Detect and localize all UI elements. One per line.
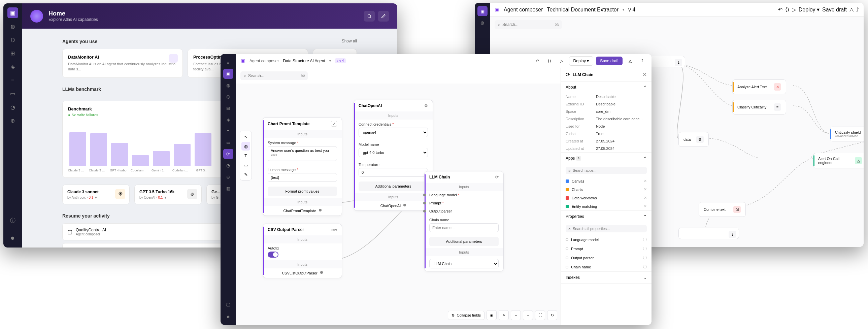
nav-item-icon[interactable]: ⊕ [223,172,233,182]
llm-card[interactable]: GPT 3.5 Turbo 16k by OpenAI · 0.1 ▼ ⌾ [134,184,202,204]
code-icon[interactable]: ⟨⟩ [545,56,554,66]
text-icon[interactable]: T [241,151,250,160]
save-draft-button[interactable]: Save draft [822,7,847,13]
edit-icon[interactable] [378,11,389,22]
nav-help-icon[interactable]: ⓘ [223,300,233,310]
remove-icon[interactable]: ✕ [644,179,647,183]
nav-item-icon[interactable]: ▥ [223,183,233,193]
zoom-in-icon[interactable]: ＋ [511,310,521,320]
temperature-input[interactable] [359,168,428,177]
chain-name-input[interactable] [429,223,499,232]
agent-name[interactable]: Data Structure AI Agent [283,59,325,63]
nav-item-icon[interactable]: ◈ [7,61,18,72]
info-icon[interactable]: ⓘ [643,255,647,260]
llm-card[interactable]: Claude 3 sonnet by Anthropic · 0.1 ▼ ✳ [62,184,130,204]
search-input[interactable] [502,22,553,27]
model-select[interactable]: gpt-4.0-turbo [359,148,428,157]
app-item[interactable]: Data workflows✕ [561,193,651,202]
nav-item-icon[interactable]: ⊕ [7,115,18,126]
input-port[interactable] [423,210,426,212]
flow-node-output[interactable]: ⇣ [678,228,739,239]
app-item[interactable]: Entity matching✕ [561,202,651,210]
flow-node-data[interactable]: data ⧉ [678,132,709,147]
app-item[interactable]: Canvas✕ [561,177,651,185]
params-button[interactable]: Additional parameters [359,181,428,191]
chevron-down-icon[interactable]: ▾ [623,8,624,11]
remove-icon[interactable]: ✕ [644,187,647,191]
search-input[interactable] [248,73,299,78]
bell-icon[interactable]: △ [849,6,854,13]
output-port[interactable] [403,204,406,206]
flow-node-oncall[interactable]: Alert On-Call engineer △ [813,153,864,168]
nav-item-icon[interactable]: ⊞ [7,48,18,59]
play-icon[interactable]: ▷ [792,6,796,13]
cursor-icon[interactable]: ↖ [241,132,250,141]
flow-node-combine[interactable]: Combine text ⇲ [699,202,746,217]
info-icon[interactable]: ⓘ [643,237,647,242]
output-port[interactable] [319,209,321,211]
props-search-input[interactable] [573,227,644,231]
breadcrumb[interactable]: Agent composer [504,7,543,13]
download-icon[interactable]: ⇣ [728,231,736,238]
alert-icon[interactable]: △ [855,157,862,164]
download-icon[interactable]: ⇣ [675,59,682,66]
about-header[interactable]: About⌃ [561,82,651,93]
remove-icon[interactable]: ✕ [644,204,647,208]
play-icon[interactable]: ▷ [557,56,566,66]
prop-item[interactable]: Language modelⓘ [561,235,651,244]
flow-node-analyze[interactable]: Analyze Alert Text ✕ [732,80,786,94]
prop-item[interactable]: Promptⓘ [561,244,651,253]
pen-icon[interactable]: ✎ [241,170,250,179]
remove-icon[interactable]: ✕ [644,196,647,200]
llm-chain-select[interactable]: LLM Chain [429,259,499,268]
nav-item-icon[interactable]: ▭ [223,138,233,148]
nav-home-icon[interactable]: ▣ [7,7,18,18]
collapse-fields-button[interactable]: ⇅ Collapse fields [448,311,485,320]
eye-icon[interactable]: ◉ [487,310,497,320]
app-item[interactable]: Charts✕ [561,185,651,193]
node-chart-prompt[interactable]: Chart Promt Template ⤢ Inputs System mes… [262,117,342,216]
nav-item-icon[interactable]: ▭ [7,88,18,99]
collapse-icon[interactable]: » [223,57,233,67]
credentials-select[interactable]: openai4 [359,128,428,137]
chain-icon[interactable]: ⟳ [495,175,499,179]
show-all-link[interactable]: Show all [342,39,357,44]
nav-item-icon[interactable]: ⌬ [7,34,18,45]
nav-item-icon[interactable]: ≡ [223,126,233,136]
nav-item-icon[interactable]: ⌬ [223,92,233,102]
format-button[interactable]: Format promt values [268,186,337,196]
properties-header[interactable]: Properties⌃ [561,211,651,222]
merge-icon[interactable]: ⇲ [733,206,741,213]
share-icon[interactable]: ⤴ [638,56,647,66]
settings-icon[interactable]: ⚙ [424,103,428,108]
node-llm-chain[interactable]: LLM Chain ⟳ Inputs Language model * Prom… [424,171,504,271]
csv-icon[interactable]: csv [331,228,337,232]
prop-item[interactable]: Chain nameⓘ [561,262,651,271]
info-icon[interactable]: ⓘ [643,246,647,251]
prop-item[interactable]: Output parserⓘ [561,253,651,262]
search-icon[interactable] [364,11,375,22]
nav-item-icon[interactable]: ◈ [223,115,233,125]
bell-icon[interactable]: △ [625,56,635,66]
nav-item-icon[interactable]: ◔ [7,102,18,113]
node-chat-openai[interactable]: ChatOpenAI ⚙ Inputs Connect credentials … [353,100,433,211]
agent-card[interactable]: DataMonitor AI DataMonitor AI is an AI a… [62,49,183,78]
nav-item-icon[interactable]: ◔ [223,160,233,170]
zoom-out-icon[interactable]: － [523,310,533,320]
shape-icon[interactable]: ▭ [241,161,250,169]
refresh-icon[interactable]: ↻ [547,310,557,320]
autofix-toggle[interactable] [268,251,278,258]
expand-icon[interactable]: ⤢ [331,121,337,127]
nav-item-icon[interactable]: ≡ [7,75,18,86]
deploy-button[interactable]: Deploy ▾ [799,6,819,13]
copy-icon[interactable]: ⧉ [696,136,704,143]
nav-item-icon[interactable]: ⊞ [223,103,233,113]
version-badge[interactable]: v 4 [335,58,346,63]
node-csv-parser[interactable]: CSV Output Parser csv Inputs Autofix Inp… [262,223,342,278]
undo-icon[interactable]: ↶ [533,56,542,66]
close-icon[interactable]: ✕ [774,83,781,91]
nav-user-icon[interactable]: ☻ [7,233,18,243]
system-message-input[interactable]: Answer user's question as best you can [268,146,337,161]
save-draft-button[interactable]: Save draft [596,57,623,65]
nav-help-icon[interactable]: ⓘ [7,215,18,226]
